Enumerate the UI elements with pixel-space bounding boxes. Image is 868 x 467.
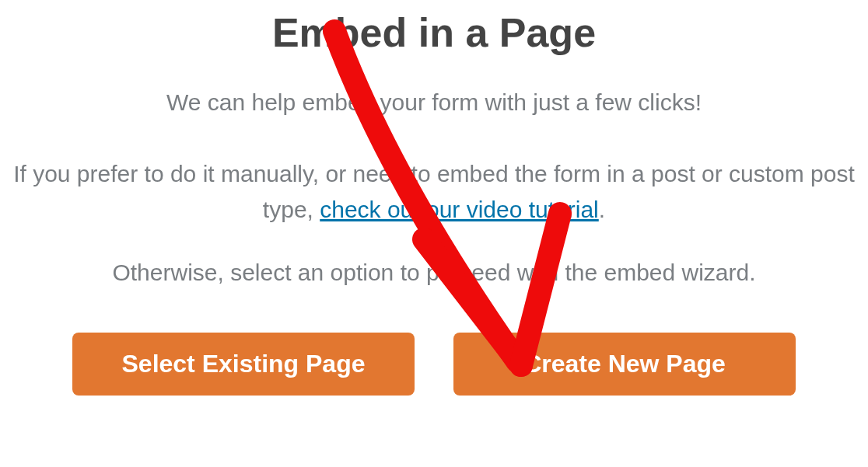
description-text-after: . [599, 197, 605, 222]
annotation-arrow-icon [0, 0, 868, 467]
button-row: Select Existing Page Create New Page [72, 333, 796, 396]
video-tutorial-link[interactable]: check out our video tutorial [320, 197, 599, 222]
modal-instruction: Otherwise, select an option to proceed w… [112, 260, 755, 286]
modal-description: If you prefer to do it manually, or need… [0, 156, 868, 228]
modal-title: Embed in a Page [272, 9, 596, 56]
create-new-page-button[interactable]: Create New Page [453, 333, 796, 396]
modal-subtitle: We can help embed your form with just a … [166, 87, 702, 119]
select-existing-page-button[interactable]: Select Existing Page [72, 333, 415, 396]
